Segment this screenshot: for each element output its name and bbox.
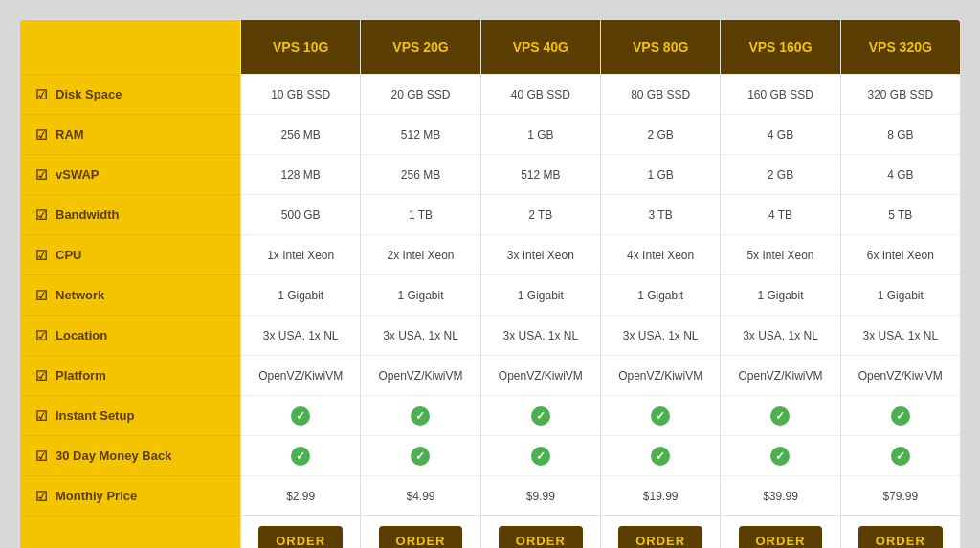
checkmark-icon — [891, 447, 910, 466]
plan-data-5-8 — [841, 395, 960, 435]
plan-header-2: VPS 40G — [481, 20, 600, 74]
order-cell-5: ORDER — [841, 515, 960, 548]
feature-label: RAM — [56, 127, 84, 142]
plan-data-4-4: 5x Intel Xeon — [721, 234, 839, 274]
plan-data-4-2: 2 GB — [721, 154, 839, 194]
plan-data-2-5: 1 Gigabit — [481, 274, 600, 315]
order-cell-0: ORDER — [241, 515, 360, 548]
checkmark-icon — [531, 447, 550, 466]
plan-data-5-4: 6x Intel Xeon — [841, 234, 960, 274]
plan-data-2-6: 3x USA, 1x NL — [481, 315, 600, 355]
comparison-table: ☑Disk Space☑RAM☑vSWAP☑Bandwidth☑CPU☑Netw… — [19, 19, 961, 548]
feature-row-0: ☑Disk Space — [20, 74, 240, 114]
plan-data-0-8 — [241, 395, 360, 435]
feature-row-2: ☑vSWAP — [20, 154, 240, 194]
plan-col-2: VPS 40G40 GB SSD1 GB512 MB2 TB3x Intel X… — [480, 20, 600, 548]
plan-data-0-5: 1 Gigabit — [241, 274, 360, 315]
table-title — [20, 20, 240, 74]
plan-data-0-1: 256 MB — [241, 114, 360, 154]
feature-check-icon: ☑ — [35, 167, 48, 183]
plan-data-3-8 — [601, 395, 720, 435]
plan-data-2-1: 1 GB — [481, 114, 600, 154]
checkmark-icon — [651, 406, 670, 426]
feature-row-7: ☑Platform — [20, 355, 240, 395]
feature-label: vSWAP — [56, 167, 100, 182]
feature-column: ☑Disk Space☑RAM☑vSWAP☑Bandwidth☑CPU☑Netw… — [20, 20, 240, 548]
plan-data-0-10: $2.99 — [241, 475, 360, 515]
plans-section: VPS 10G10 GB SSD256 MB128 MB500 GB1x Int… — [240, 20, 960, 548]
plan-data-0-2: 128 MB — [241, 154, 360, 194]
plan-col-1: VPS 20G20 GB SSD512 MB256 MB1 TB2x Intel… — [360, 20, 479, 548]
plan-data-3-1: 2 GB — [601, 114, 720, 154]
checkmark-icon — [411, 406, 430, 426]
order-cell-3: ORDER — [601, 515, 720, 548]
plan-data-3-5: 1 Gigabit — [601, 274, 720, 315]
plan-data-2-9 — [481, 435, 600, 475]
order-button-0[interactable]: ORDER — [258, 526, 343, 548]
plan-data-1-6: 3x USA, 1x NL — [361, 315, 479, 355]
plan-data-0-6: 3x USA, 1x NL — [241, 315, 360, 355]
plan-data-4-9 — [721, 435, 839, 475]
feature-check-icon: ☑ — [35, 328, 48, 343]
plan-header-4: VPS 160G — [721, 20, 839, 74]
feature-label: Bandwidth — [56, 208, 119, 222]
plan-data-3-6: 3x USA, 1x NL — [601, 315, 720, 355]
order-button-5[interactable]: ORDER — [858, 526, 943, 548]
plan-data-1-9 — [361, 435, 479, 475]
plan-data-3-7: OpenVZ/KiwiVM — [601, 355, 720, 395]
feature-row-6: ☑Location — [20, 315, 240, 355]
plan-data-3-2: 1 GB — [601, 154, 720, 194]
checkmark-icon — [531, 406, 550, 426]
plan-data-0-9 — [241, 435, 360, 475]
order-button-1[interactable]: ORDER — [379, 526, 463, 548]
plan-header-1: VPS 20G — [361, 20, 479, 74]
feature-label: Location — [56, 328, 107, 342]
plan-data-5-9 — [841, 435, 960, 475]
feature-check-icon: ☑ — [35, 208, 48, 223]
plan-data-2-7: OpenVZ/KiwiVM — [481, 355, 600, 395]
plan-data-5-0: 320 GB SSD — [841, 74, 960, 114]
plan-data-5-2: 4 GB — [841, 154, 960, 194]
plan-data-5-6: 3x USA, 1x NL — [841, 315, 960, 355]
feature-row-1: ☑RAM — [20, 114, 240, 154]
plan-data-0-7: OpenVZ/KiwiVM — [241, 355, 360, 395]
feature-check-icon: ☑ — [35, 368, 48, 384]
plan-data-2-0: 40 GB SSD — [481, 74, 600, 114]
plan-data-3-9 — [601, 435, 720, 475]
plan-data-1-5: 1 Gigabit — [361, 274, 479, 315]
plan-data-2-8 — [481, 395, 600, 435]
plan-data-2-10: $9.99 — [481, 475, 600, 515]
plan-data-5-3: 5 TB — [841, 194, 960, 234]
order-button-2[interactable]: ORDER — [499, 526, 583, 548]
plan-data-1-8 — [361, 395, 479, 435]
plan-data-1-4: 2x Intel Xeon — [361, 234, 479, 274]
order-button-4[interactable]: ORDER — [739, 526, 823, 548]
feature-label: CPU — [56, 248, 81, 262]
plan-header-5: VPS 320G — [841, 20, 960, 74]
plan-col-3: VPS 80G80 GB SSD2 GB1 GB3 TB4x Intel Xeo… — [600, 20, 720, 548]
plan-data-5-1: 8 GB — [841, 114, 960, 154]
feature-row-9: ☑30 Day Money Back — [20, 435, 240, 475]
feature-label: Platform — [56, 368, 106, 383]
feature-label: 30 Day Money Back — [56, 449, 171, 463]
plan-data-4-7: OpenVZ/KiwiVM — [721, 355, 839, 395]
plan-data-3-3: 3 TB — [601, 194, 720, 234]
checkmark-icon — [770, 447, 790, 466]
plan-data-1-10: $4.99 — [361, 475, 479, 515]
plan-header-3: VPS 80G — [601, 20, 720, 74]
plan-data-2-3: 2 TB — [481, 194, 600, 234]
plan-col-5: VPS 320G320 GB SSD8 GB4 GB5 TB6x Intel X… — [840, 20, 960, 548]
plan-data-4-8 — [721, 395, 839, 435]
order-button-3[interactable]: ORDER — [618, 526, 702, 548]
checkmark-icon — [291, 406, 310, 426]
plan-data-1-2: 256 MB — [361, 154, 479, 194]
plan-data-5-5: 1 Gigabit — [841, 274, 960, 315]
feature-label: Instant Setup — [56, 408, 134, 423]
feature-label: Network — [56, 288, 104, 302]
feature-check-icon: ☑ — [35, 288, 48, 303]
plan-data-1-7: OpenVZ/KiwiVM — [361, 355, 479, 395]
feature-row-10: ☑Monthly Price — [20, 475, 240, 515]
plan-data-3-0: 80 GB SSD — [601, 74, 720, 114]
plan-data-4-6: 3x USA, 1x NL — [721, 315, 839, 355]
order-label-cell — [20, 515, 240, 548]
